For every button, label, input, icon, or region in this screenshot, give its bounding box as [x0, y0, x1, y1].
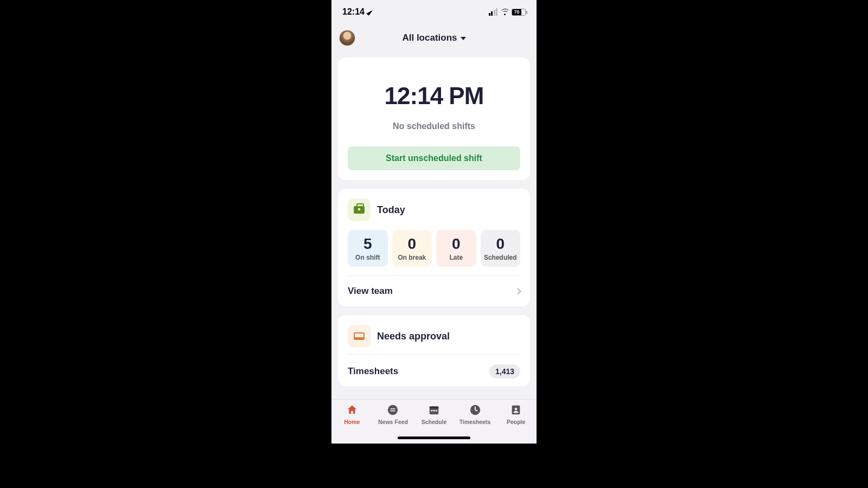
- tab-home-label: Home: [344, 419, 360, 425]
- battery-level: 70: [512, 9, 521, 15]
- timesheets-label: Timesheets: [348, 366, 398, 377]
- svg-rect-7: [436, 410, 437, 412]
- location-label: All locations: [402, 33, 457, 43]
- svg-point-0: [388, 405, 398, 415]
- monitor-icon: [348, 325, 371, 348]
- phone-frame: 12:14 70 All locations 12:14 PM No sched…: [331, 0, 537, 444]
- today-stats: 5 On shift 0 On break 0 Late 0 Scheduled: [348, 230, 520, 267]
- today-header: Today: [348, 198, 520, 221]
- tab-news-label: News Feed: [378, 419, 408, 425]
- svg-rect-2: [391, 410, 395, 412]
- svg-rect-5: [431, 410, 432, 412]
- timesheets-approval-row[interactable]: Timesheets 1,413: [348, 355, 520, 378]
- tab-people[interactable]: People: [495, 403, 537, 444]
- wifi-icon: [500, 9, 509, 15]
- tab-schedule-label: Schedule: [422, 419, 447, 425]
- content-scroll[interactable]: 12:14 PM No scheduled shifts Start unsch…: [331, 52, 537, 399]
- location-dropdown[interactable]: All locations: [402, 33, 465, 43]
- needs-approval-card: Needs approval Timesheets 1,413: [338, 315, 530, 386]
- stat-on-shift-label: On shift: [350, 254, 386, 261]
- chat-icon: [386, 403, 400, 417]
- tab-people-label: People: [507, 419, 525, 425]
- svg-point-10: [515, 408, 518, 410]
- view-team-link[interactable]: View team: [348, 276, 520, 306]
- home-indicator[interactable]: [398, 436, 470, 439]
- chevron-right-icon: [514, 288, 521, 295]
- approval-title: Needs approval: [377, 331, 450, 342]
- stat-on-break[interactable]: 0 On break: [392, 230, 432, 267]
- stat-scheduled-value: 0: [483, 235, 519, 253]
- status-time: 12:14: [342, 7, 365, 17]
- status-bar: 12:14 70: [331, 0, 537, 24]
- stat-scheduled-label: Scheduled: [483, 254, 519, 261]
- stat-late-value: 0: [438, 235, 474, 253]
- status-indicators: 70: [489, 8, 526, 16]
- current-time: 12:14 PM: [348, 82, 520, 110]
- avatar[interactable]: [339, 30, 355, 46]
- stat-on-shift-value: 5: [350, 235, 386, 253]
- stat-on-break-label: On break: [394, 254, 430, 261]
- home-icon: [345, 403, 359, 417]
- app-header: All locations: [331, 24, 537, 52]
- stat-scheduled[interactable]: 0 Scheduled: [481, 230, 521, 267]
- today-title: Today: [377, 204, 405, 216]
- stat-late-label: Late: [438, 254, 474, 261]
- cellular-signal-icon: [489, 8, 498, 16]
- battery-icon: 70: [512, 9, 526, 16]
- approval-header: Needs approval: [348, 325, 520, 348]
- today-card: Today 5 On shift 0 On break 0 Late 0 Sch…: [338, 189, 530, 306]
- timesheets-count-badge: 1,413: [489, 364, 520, 378]
- svg-rect-4: [430, 407, 439, 409]
- tab-timesheets-label: Timesheets: [459, 419, 491, 425]
- clock-card: 12:14 PM No scheduled shifts Start unsch…: [338, 57, 530, 180]
- briefcase-icon: [348, 198, 371, 221]
- start-unscheduled-shift-button[interactable]: Start unscheduled shift: [348, 146, 520, 170]
- shift-status: No scheduled shifts: [348, 121, 520, 131]
- status-time-group: 12:14: [342, 7, 371, 17]
- svg-rect-1: [391, 408, 395, 409]
- clock-icon: [468, 403, 482, 417]
- location-arrow-icon: [366, 8, 373, 15]
- svg-rect-6: [433, 410, 435, 412]
- calendar-icon: [427, 403, 441, 417]
- stat-late[interactable]: 0 Late: [436, 230, 476, 267]
- view-team-label: View team: [348, 286, 393, 297]
- stat-on-break-value: 0: [394, 235, 430, 253]
- stat-on-shift[interactable]: 5 On shift: [348, 230, 388, 267]
- chevron-down-icon: [461, 37, 466, 40]
- person-icon: [509, 403, 523, 417]
- tab-home[interactable]: Home: [331, 403, 373, 444]
